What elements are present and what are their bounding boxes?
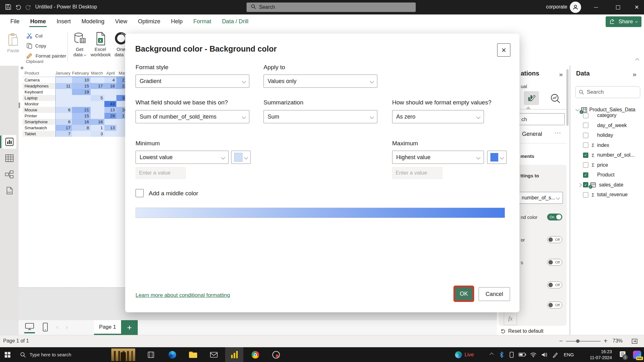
tab-data-drill[interactable]: Data / Drill	[217, 14, 254, 28]
reset-to-default-button[interactable]: Reset to default	[501, 328, 543, 334]
paste-button[interactable]: Paste	[5, 33, 21, 53]
field-row-holiday[interactable]: holiday	[576, 131, 642, 140]
account-name[interactable]: corporate	[546, 4, 567, 10]
minimum-dropdown[interactable]: Lowest value	[136, 151, 229, 164]
language-indicator[interactable]: ENG	[561, 347, 577, 362]
table-view-button[interactable]	[3, 151, 16, 165]
add-page-button[interactable]: +	[121, 320, 138, 335]
format-painter-button[interactable]: Format painter	[26, 53, 66, 59]
tab-format[interactable]: Format	[188, 14, 217, 28]
desktop-view-button[interactable]	[24, 323, 35, 333]
analytics-tab[interactable]	[550, 93, 561, 106]
field-row-product[interactable]: ✓Product	[576, 170, 642, 180]
maximum-dropdown[interactable]: Highest value	[392, 151, 484, 164]
format-visual-tab[interactable]	[524, 91, 539, 105]
field-checkbox[interactable]: ✓	[583, 153, 588, 158]
cancel-button[interactable]: Cancel	[479, 287, 510, 301]
share-button[interactable]: Share	[606, 16, 641, 27]
field-row-sales-date[interactable]: ✓✓sales_date	[576, 180, 642, 190]
tray-expand-button[interactable]	[487, 347, 496, 362]
based-on-dropdown[interactable]: Sum of number_of_sold_items	[136, 110, 249, 123]
tab-home[interactable]: Home	[25, 14, 51, 28]
temple-app-thumbnail[interactable]	[111, 347, 136, 362]
collapse-ribbon-icon[interactable]	[636, 57, 639, 63]
maximize-button[interactable]	[611, 0, 625, 14]
maximum-color-picker[interactable]	[487, 151, 507, 164]
toggle-off[interactable]: Off	[547, 259, 562, 266]
toggle-on[interactable]: On	[547, 214, 562, 220]
field-row-number-of-sol-[interactable]: ✓Σnumber_of_sol...	[576, 150, 642, 160]
visual-resize-handle[interactable]	[19, 103, 20, 108]
learn-more-link[interactable]: Learn more about conditional formatting	[136, 292, 230, 298]
field-checkbox[interactable]	[583, 113, 588, 118]
field-checkbox[interactable]: ✓	[583, 182, 588, 187]
dialog-close-button[interactable]: ×	[497, 43, 510, 57]
camtasia-recorder-icon[interactable]	[267, 347, 285, 362]
cut-button[interactable]: Cut	[26, 33, 42, 39]
zoom-out-button[interactable]: −	[559, 337, 563, 345]
phone-link-icon[interactable]	[507, 347, 516, 362]
save-icon[interactable]	[5, 4, 12, 11]
minimum-value-input[interactable]: Enter a value	[136, 167, 186, 179]
field-row-category[interactable]: category	[576, 111, 642, 120]
more-options-icon[interactable]: ...	[555, 128, 561, 135]
field-row-index[interactable]: Σindex	[576, 141, 642, 150]
taskbar-search[interactable]: Type here to search	[16, 347, 98, 362]
redo-icon[interactable]	[25, 4, 32, 11]
minimum-color-picker[interactable]	[231, 151, 251, 164]
start-button[interactable]	[0, 347, 15, 362]
field-checkbox[interactable]	[583, 142, 588, 148]
volume-icon[interactable]	[539, 347, 550, 362]
pane-scrollbar[interactable]	[566, 69, 569, 126]
middle-color-checkbox[interactable]	[136, 189, 144, 197]
tab-file[interactable]: File	[5, 14, 25, 28]
tab-general[interactable]: General	[522, 131, 542, 137]
next-page-arrow[interactable]: ›	[66, 323, 68, 331]
field-row-price[interactable]: Σprice	[576, 160, 642, 170]
matrix-visual[interactable]: ProductJanuaryFebruaryMarchAprilMayJ Cam…	[23, 70, 133, 137]
apply-to-dropdown[interactable]: Values only	[264, 75, 377, 88]
file-explorer-icon[interactable]	[184, 347, 202, 362]
zoom-slider-track[interactable]	[566, 341, 601, 342]
field-row-total-revenue[interactable]: Σtotal_revenue	[576, 190, 642, 199]
format-style-dropdown[interactable]: Gradient	[136, 75, 249, 88]
toggle-off[interactable]: Off	[547, 281, 562, 288]
empty-values-dropdown[interactable]: As zero	[392, 110, 484, 123]
clock[interactable]: 16:23 11-07-2024	[578, 347, 612, 362]
dax-query-view-button[interactable]: DAX	[3, 184, 16, 198]
model-view-button[interactable]	[3, 168, 16, 181]
global-search-box[interactable]: Search	[247, 3, 416, 12]
field-checkbox[interactable]	[583, 192, 588, 198]
tab-help[interactable]: Help	[166, 14, 188, 28]
notification-center-button[interactable]: 1	[616, 347, 630, 362]
zoom-slider-thumb[interactable]	[576, 339, 580, 343]
fx-button[interactable]: fx	[504, 312, 517, 325]
mail-app-icon[interactable]	[205, 347, 223, 362]
get-data-button[interactable]: Get data	[70, 32, 89, 57]
excel-workbook-button[interactable]: X Excel workbook	[91, 32, 110, 57]
undo-icon[interactable]	[15, 4, 22, 11]
fit-to-page-button[interactable]	[631, 338, 638, 346]
powerbi-app-icon[interactable]	[225, 347, 243, 362]
data-search-box[interactable]: Search	[575, 86, 640, 98]
field-checkbox[interactable]	[583, 133, 588, 138]
toggle-off[interactable]: Off	[547, 302, 562, 309]
field-checkbox[interactable]	[583, 162, 588, 168]
wifi-icon[interactable]	[528, 347, 538, 362]
field-checkbox[interactable]: ✓	[583, 172, 588, 178]
summarization-dropdown[interactable]: Sum	[264, 110, 377, 123]
task-view-button[interactable]	[142, 347, 160, 362]
field-row-day-of-week[interactable]: day_of_week	[576, 121, 642, 130]
close-button[interactable]: ×	[630, 0, 644, 14]
visual-resize-handle[interactable]	[21, 67, 23, 69]
collapse-pane-icon[interactable]: »	[559, 70, 563, 78]
mobile-view-button[interactable]	[42, 323, 48, 333]
tab-insert[interactable]: Insert	[51, 14, 76, 28]
tab-view[interactable]: View	[110, 14, 133, 28]
prev-page-arrow[interactable]: ‹	[56, 323, 58, 331]
chevron-right-icon[interactable]	[578, 183, 582, 187]
chrome-browser-icon[interactable]	[247, 347, 264, 362]
bluetooth-icon[interactable]	[497, 347, 506, 362]
page-tab[interactable]: Page 1	[94, 320, 121, 335]
report-view-button[interactable]	[3, 135, 16, 149]
